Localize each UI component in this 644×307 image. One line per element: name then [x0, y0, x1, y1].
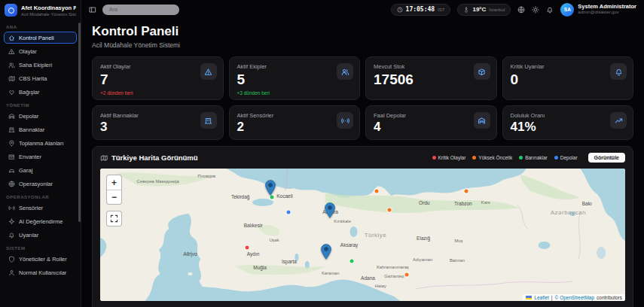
- stat-card-aktif-sensorler: Aktif Sensörler2: [229, 105, 361, 140]
- main-area: 17:05:48 IST 19°C İstanbul SA System Adm…: [81, 0, 644, 307]
- sidebar-item-garaj[interactable]: Garaj: [4, 164, 77, 176]
- stat-label: Aktif Barınaklar: [100, 112, 215, 119]
- attribution-suffix: contributors: [597, 295, 622, 300]
- temperature-value: 19°C: [472, 6, 486, 13]
- nav-section-label: YÖNETİM: [6, 103, 75, 108]
- sidebar-item-label: Depolar: [19, 113, 38, 120]
- map-marker-dot[interactable]: [246, 246, 249, 250]
- sidebar-item-uyarilar[interactable]: Uyarılar: [4, 229, 77, 241]
- map-zoom-control: + −: [106, 175, 122, 205]
- map-icon: [100, 154, 108, 162]
- home-icon: [8, 35, 15, 41]
- sidebar-toggle-button[interactable]: [89, 6, 96, 14]
- map-marker-dot[interactable]: [375, 190, 379, 193]
- sidebar-item-label: Kontrol Paneli: [19, 35, 54, 41]
- sidebar-item-envanter[interactable]: Envanter: [4, 150, 77, 163]
- theme-toggle-icon[interactable]: [532, 6, 539, 14]
- sidebar-item-bagislar[interactable]: Bağışlar: [4, 86, 77, 98]
- stat-value: 4: [374, 120, 489, 135]
- stat-icon-badge: [200, 63, 217, 80]
- sidebar-item-olaylar[interactable]: Olaylar: [4, 45, 77, 57]
- sidebar-scrollbar[interactable]: [78, 23, 81, 222]
- stat-icon-badge: [200, 112, 217, 129]
- stat-card-aktif-ekipler: Aktif Ekipler5+3 dünden beri: [229, 56, 361, 100]
- zoom-out-button[interactable]: −: [107, 190, 121, 204]
- sidebar-item-toplanma-alanlari[interactable]: Toplanma Alanları: [4, 137, 77, 149]
- sidebar-item-saha-ekipleri[interactable]: Saha Ekipleri: [4, 59, 77, 71]
- sidebar-item-label: Envanter: [19, 154, 41, 160]
- leaflet-link[interactable]: Leaflet: [534, 295, 549, 300]
- sidebar-nav: ANAKontrol PaneliOlaylarSaha EkipleriCBS…: [0, 25, 81, 278]
- weather-city: İstanbul: [489, 8, 505, 12]
- map-marker-dot[interactable]: [349, 259, 353, 263]
- timezone-label: IST: [438, 8, 444, 12]
- sidebar-item-normal-kullanicilar[interactable]: Normal Kullanıcılar: [4, 266, 77, 278]
- car-icon: [8, 167, 15, 174]
- sidebar-item-barinaklar[interactable]: Barınaklar: [4, 123, 77, 135]
- sidebar-item-cbs-harita[interactable]: CBS Harita: [4, 72, 77, 84]
- notifications-bell-icon[interactable]: [546, 6, 554, 14]
- map-marker-dot[interactable]: [405, 273, 409, 277]
- app-root: Afet Koordinasyon Pla... Acil Müdahale Y…: [0, 0, 644, 307]
- thermo-icon: [463, 7, 469, 13]
- legend-label: Depolar: [560, 155, 578, 160]
- radio-icon: [341, 117, 349, 125]
- stat-trend: +3 dünden beri: [237, 90, 353, 96]
- stat-value: 7: [100, 71, 215, 88]
- sidebar-item-kontrol-paneli[interactable]: Kontrol Paneli: [4, 32, 77, 44]
- map-canvas[interactable]: ПловдивСеверна МакедонијаTekirdağKocaeli…: [100, 169, 625, 301]
- view-map-button[interactable]: Görüntüle: [588, 153, 625, 163]
- stat-value: 3: [100, 120, 215, 135]
- map-marker-dot[interactable]: [388, 208, 392, 212]
- legend-label: Yüksek Öncelik: [478, 155, 512, 160]
- sidebar-item-label: Yöneticiler & Roller: [19, 256, 67, 263]
- sidebar-item-depolar[interactable]: Depolar: [4, 110, 77, 122]
- fullscreen-button[interactable]: [106, 211, 122, 226]
- map-background: [100, 169, 625, 301]
- legend-label: Kritik Olaylar: [438, 155, 466, 160]
- app-logo: Afet Koordinasyon Pla... Acil Müdahale Y…: [0, 0, 81, 20]
- sidebar-item-label: Toplanma Alanları: [19, 140, 64, 147]
- map-marker-dot[interactable]: [270, 195, 274, 199]
- legend-dot: [554, 156, 558, 160]
- radio-icon: [8, 205, 15, 211]
- clock-icon: [397, 7, 403, 13]
- globe-icon[interactable]: [517, 6, 525, 14]
- stat-label: Kritik Uyarılar: [511, 63, 626, 70]
- map-marker-pin[interactable]: [265, 180, 276, 196]
- sidebar-item-operasyonlar[interactable]: Operasyonlar: [4, 178, 77, 190]
- users-icon: [8, 62, 15, 68]
- avatar[interactable]: SA: [560, 3, 574, 17]
- sidebar-item-ai-degerlendirme[interactable]: AI Değerlendirme: [4, 215, 77, 227]
- user-email: admin@disaster.gov: [578, 10, 636, 15]
- legend-item-barinaklar: Barınaklar: [519, 155, 548, 160]
- stat-label: Aktif Sensörler: [237, 112, 353, 119]
- osm-link[interactable]: © OpenStreetMap: [555, 295, 594, 300]
- map-marker-pin[interactable]: [324, 202, 335, 218]
- page-subtitle: Acil Müdahale Yönetim Sistemi: [92, 41, 633, 49]
- map-marker-pin[interactable]: [320, 244, 331, 260]
- pin-icon: [8, 140, 15, 147]
- sidebar-item-yoneticiler-roller[interactable]: Yöneticiler & Roller: [4, 253, 77, 265]
- stat-label: Mevcut Stok: [374, 63, 489, 70]
- legend-item-yuksek-oncelik: Yüksek Öncelik: [472, 155, 512, 160]
- sidebar-item-label: Garaj: [19, 167, 32, 174]
- warehouse-icon: [8, 113, 15, 120]
- user-menu[interactable]: SA System Administrator admin@disaster.g…: [560, 3, 636, 17]
- map-legend: Kritik OlaylarYüksek ÖncelikBarınaklarDe…: [432, 155, 578, 160]
- stat-label: Doluluk Oranı: [511, 112, 626, 119]
- stat-value: 41%: [511, 120, 626, 135]
- stat-icon-badge: [337, 112, 353, 129]
- nav-section-label: OPERASYONLAR: [6, 195, 75, 199]
- search-input[interactable]: [102, 5, 179, 15]
- stat-card-mevcut-stok: Mevcut Stok17506: [365, 56, 497, 100]
- building-icon: [204, 117, 212, 125]
- sidebar-item-sensorler[interactable]: Sensörler: [4, 202, 77, 214]
- nav-section-label: ANA: [6, 25, 75, 29]
- map-marker-dot[interactable]: [464, 190, 468, 193]
- clock-icon: [397, 7, 403, 13]
- sidebar-item-label: Olaylar: [19, 48, 37, 55]
- map-marker-dot[interactable]: [286, 211, 290, 214]
- weather-widget: 19°C İstanbul: [457, 4, 511, 16]
- zoom-in-button[interactable]: +: [107, 175, 121, 190]
